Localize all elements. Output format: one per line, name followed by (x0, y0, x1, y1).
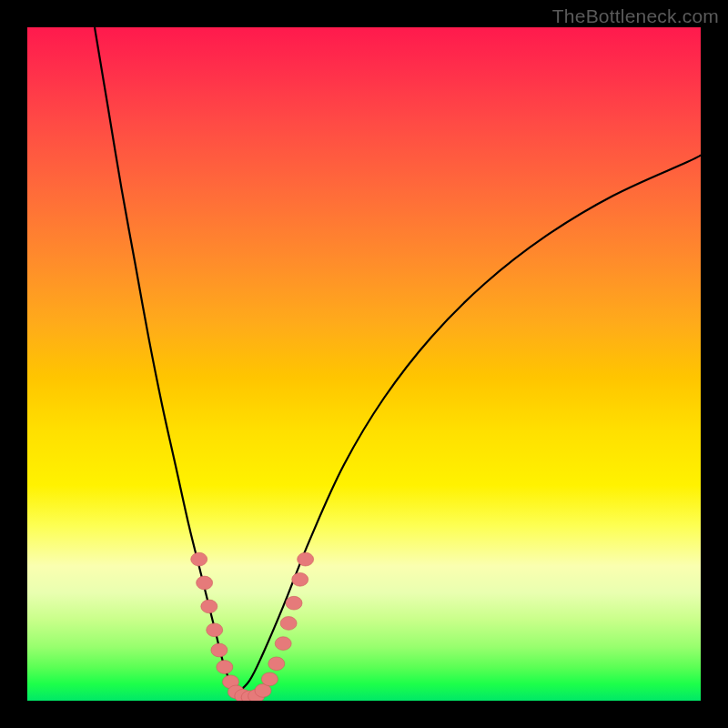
chart-frame: TheBottleneck.com (0, 0, 728, 728)
data-marker (261, 672, 278, 686)
data-marker (207, 623, 223, 637)
plot-area (27, 27, 701, 701)
data-marker (201, 600, 217, 613)
watermark-text: TheBottleneck.com (552, 5, 719, 27)
data-marker (275, 637, 291, 651)
curve-left (95, 27, 236, 694)
data-marker (286, 596, 302, 610)
data-marker (217, 661, 233, 674)
data-marker (268, 657, 285, 671)
data-marker (292, 572, 308, 586)
data-marker (280, 617, 297, 631)
data-marker (197, 576, 213, 590)
data-marker (298, 552, 314, 566)
chart-svg (27, 27, 701, 701)
data-marker (191, 552, 207, 566)
data-markers (191, 552, 314, 701)
curve-right (236, 156, 701, 694)
data-marker (211, 643, 228, 657)
